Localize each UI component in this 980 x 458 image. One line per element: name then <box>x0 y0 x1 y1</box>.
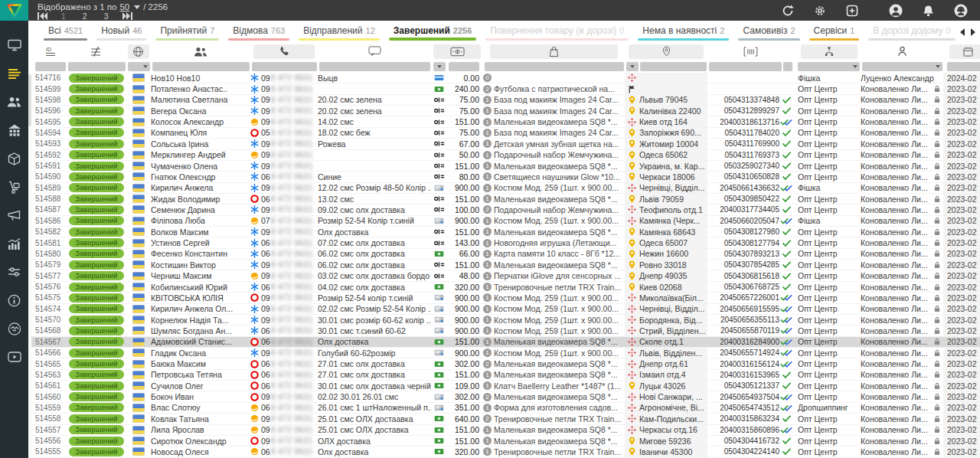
filter-source[interactable] <box>798 62 860 71</box>
table-row-514581[interactable]: 514581ЗавершенийУстинов Сергей068 472 96… <box>31 237 980 248</box>
table-row-514590[interactable]: 514590ЗавершенийГнатюк Олексндр068 472 9… <box>31 172 980 182</box>
tab-6[interactable]: Завершений2256 <box>384 21 482 43</box>
table-row-514591[interactable]: 514591ЗавершенийЧумаченко Олена098 472 9… <box>31 161 980 172</box>
table-row-514570[interactable]: 514570ЗавершенийКорнелюк Надія Та...098 … <box>31 315 980 326</box>
table-row-514592[interactable]: 514592ЗавершенийМерклингер Андрей098 472… <box>31 150 980 161</box>
table-row-514567[interactable]: 514567ЗавершенийАдамовский Станис...068 … <box>31 337 980 348</box>
sidebar-item-dashboard-monitor[interactable] <box>7 38 22 53</box>
table-row-514587[interactable]: 514587ЗавершенийСеменюк Дарина098 472 96… <box>31 204 980 215</box>
table-row-514588[interactable]: 514588ЗавершенийЖидак Володимир068 472 9… <box>31 194 980 204</box>
table-row-514576[interactable]: 514576ЗавершенийКобилинський Юрий068 472… <box>31 282 980 293</box>
sidebar-item-statistics-chart[interactable] <box>7 236 22 251</box>
table-scrollbar[interactable] <box>28 73 31 458</box>
tab-4[interactable]: Відмова763 <box>224 21 294 43</box>
col-manager-header[interactable] <box>861 43 943 60</box>
tab-8[interactable]: Нема в наявності2 <box>633 21 733 43</box>
table-row-514582[interactable]: 514582ЗавершенийВолков Максим098 472 963… <box>31 227 980 237</box>
table-row-514575[interactable]: 514575ЗавершенийКВІТОВСЬКА ЮЛІЯ098 472 9… <box>31 293 980 303</box>
col-comment-header[interactable] <box>318 43 431 60</box>
filter-product[interactable] <box>485 62 624 71</box>
col-payment-header[interactable] <box>431 43 483 60</box>
tab-7[interactable]: Повернення товару (в дорозі)0 <box>481 21 633 43</box>
last-page-button[interactable] <box>122 12 132 20</box>
add-icon[interactable] <box>846 5 858 17</box>
tab-10[interactable]: Сервіси1 <box>805 21 864 43</box>
table-row-514558[interactable]: 514558ЗавершенийКовлак Татьяна098 472 96… <box>31 414 980 424</box>
col-country-header[interactable] <box>126 43 151 60</box>
tab-1[interactable]: Всі4521 <box>39 21 92 43</box>
sidebar-item-purchases-trolley[interactable] <box>7 179 22 195</box>
first-page-button[interactable] <box>38 12 47 20</box>
table-row-514560[interactable]: 514560ЗавершенийБокоч Иван098 472 963102… <box>31 391 980 402</box>
col-product-header[interactable] <box>483 43 625 60</box>
sidebar-item-marketing-megaphone[interactable] <box>7 208 22 223</box>
table-row-514574[interactable]: 514574ЗавершенийКирилич Анжела Ол...098 … <box>31 304 980 315</box>
table-row-514595[interactable]: 514595ЗавершенийКолосок Александр098 472… <box>31 116 980 127</box>
filter-status[interactable] <box>68 62 126 71</box>
col-date-header[interactable] <box>943 43 980 60</box>
col-source-header[interactable] <box>793 43 861 60</box>
filter-tracking[interactable] <box>709 62 782 71</box>
table-row-514563[interactable]: 514563ЗавершенийПетровська Тетяна068 472… <box>31 370 980 381</box>
sidebar-item-products-box[interactable] <box>7 151 22 166</box>
page-button-2[interactable]: 2 <box>83 11 87 21</box>
col-tracking-header[interactable] <box>707 43 793 60</box>
sidebar-item-orders-list-active[interactable] <box>7 66 22 81</box>
table-row-514594[interactable]: 514594ЗавершенийКомпанец Юля058 472 9631… <box>31 128 980 139</box>
profile-avatar[interactable] <box>889 4 903 18</box>
sidebar-item-clients[interactable] <box>7 94 22 110</box>
tab-5[interactable]: Відправлений12 <box>294 21 384 43</box>
filter-id[interactable] <box>35 62 66 71</box>
sidebar-item-partners-handshake[interactable] <box>7 321 22 336</box>
table-scrollbar-thumb[interactable] <box>28 74 31 126</box>
page-button-1[interactable]: 1 <box>61 11 66 21</box>
sidebar-item-video-tutorials[interactable] <box>7 349 22 365</box>
filter-city[interactable] <box>640 62 707 71</box>
filter-date[interactable] <box>947 62 980 71</box>
table-row-514716[interactable]: 514716ЗавершенийНов10 Нов10098 472 9631В… <box>31 73 980 83</box>
tab-11[interactable]: В дорозі додому0 <box>864 21 959 43</box>
table-row-514589[interactable]: 514589ЗавершенийКирилич Анжела098 472 96… <box>31 183 980 194</box>
table-row-514557[interactable]: 514557ЗавершенийЛила Ярослав098 472 9631… <box>31 425 980 436</box>
settings-gear-icon[interactable] <box>814 5 826 17</box>
filter-manager[interactable] <box>862 62 942 71</box>
col-client-header[interactable] <box>151 43 250 60</box>
sidebar-item-info[interactable] <box>7 293 22 308</box>
table-row-514593[interactable]: 514593ЗавершенийСольська Ірина098 472 96… <box>31 139 980 149</box>
page-button-3[interactable]: 3 <box>104 11 109 21</box>
col-status-header[interactable] <box>67 43 126 60</box>
sidebar-item-company-structure[interactable] <box>7 123 22 138</box>
table-row-514559[interactable]: 514559ЗавершенийВлас Слотюу068 472 96312… <box>31 403 980 414</box>
support-headset-icon[interactable] <box>954 4 968 18</box>
tab-9[interactable]: Самовивіз2 <box>733 21 804 43</box>
filter-carrier[interactable] <box>626 62 639 71</box>
table-row-514599[interactable]: 514599ЗавершенийПотапенко Анастас..098 4… <box>31 83 980 94</box>
chevron-down-icon[interactable] <box>134 5 140 9</box>
tab-3[interactable]: Прийнятий7 <box>151 21 224 43</box>
filter-track-status[interactable] <box>783 62 792 71</box>
table-row-514556[interactable]: 514556ЗавершенийСиротюк Олександр098 472… <box>31 436 980 447</box>
table-row-514580[interactable]: 514580ЗавершенийФесенко Константин068 47… <box>31 249 980 260</box>
table-row-514566[interactable]: 514566ЗавершенийГладик Оксана098 472 963… <box>31 348 980 358</box>
table-row-514577[interactable]: 514577ЗавершенийЧерниш Максим098 472 963… <box>31 270 980 281</box>
table-row-514561[interactable]: 514561ЗавершенийСучилов Олег068 472 9631… <box>31 381 980 391</box>
table-row-514579[interactable]: 514579ЗавершенийКостишин Виктор098 472 9… <box>31 260 980 270</box>
table-row-514565[interactable]: 514565ЗавершенийБаюка Максим068 472 9631… <box>31 358 980 369</box>
col-delivery-header[interactable] <box>625 43 707 60</box>
filter-comment[interactable] <box>319 62 430 71</box>
filter-client[interactable] <box>152 62 250 71</box>
sidebar-item-automation-sliders[interactable] <box>7 264 22 280</box>
page-size-dropdown[interactable]: 50 <box>119 2 129 11</box>
filter-phone[interactable] <box>252 62 317 71</box>
notifications-bell-icon[interactable] <box>923 5 934 17</box>
table-row-514568[interactable]: 514568ЗавершенийШумляс Богдана Ан...068 … <box>31 326 980 336</box>
table-row-514555[interactable]: 514555ЗавершенийНовосад Олеся068 472 963… <box>31 447 980 457</box>
col-id-header[interactable]: ID <box>31 43 67 60</box>
filter-payment-type[interactable] <box>433 62 446 71</box>
table-row-514598[interactable]: 514598ЗавершенийМалютина Светлана098 472… <box>31 95 980 106</box>
tabs-scroll-right-icon[interactable] <box>971 28 975 36</box>
col-phone-header[interactable] <box>250 43 318 60</box>
table-row-514586[interactable]: 514586ЗавершенийФіліпова Люба078 472 963… <box>31 216 980 227</box>
table-row-514596[interactable]: 514596ЗавершенийВегера Оксана098 472 963… <box>31 106 980 116</box>
tab-2[interactable]: Новый46 <box>92 21 151 43</box>
